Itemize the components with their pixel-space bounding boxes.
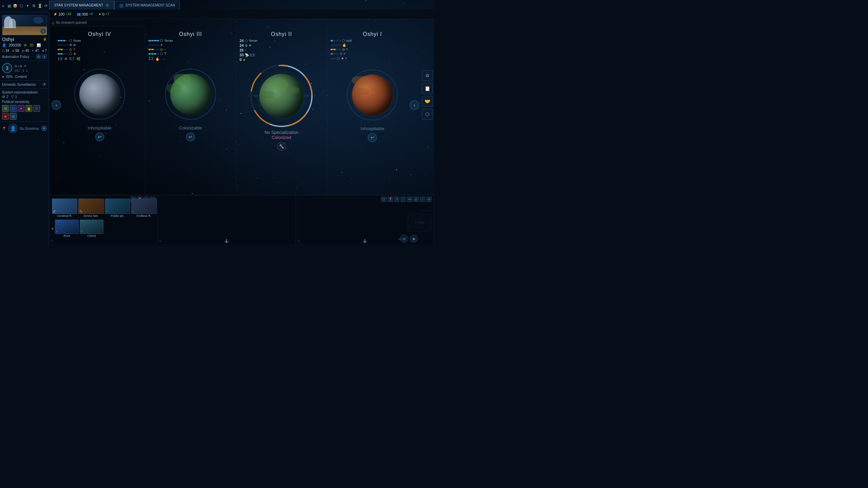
oshyi4-action-icon[interactable]: ↩ xyxy=(95,133,104,141)
oshyi2-type-icon: ⬡ xyxy=(245,39,248,43)
oshyi2-stat0-sym: ❄ xyxy=(249,44,252,47)
bp3-expand-icon[interactable]: ⤡ xyxy=(297,239,300,243)
oshyi2-wrench-icon[interactable]: 🔧 xyxy=(277,142,286,151)
bp3-ctrl-2[interactable]: ↗ xyxy=(394,197,399,202)
svg-point-0 xyxy=(75,69,125,119)
policy-btn-globe[interactable]: ◎ xyxy=(10,113,17,120)
ship-thumb-public[interactable]: ⬡ xyxy=(105,199,130,214)
automation-chevron-icon[interactable]: ∨ xyxy=(42,54,47,59)
planet-nav-left[interactable]: ‹ xyxy=(52,100,61,110)
rsb-settings[interactable]: ⚙ xyxy=(422,70,433,81)
bp3-ctrl-heart[interactable]: ♡ xyxy=(400,197,406,202)
oshyi4-extra-nums: 1.5 ⚙ 0.7 🌿 xyxy=(58,57,141,61)
oshyi3-stat2-icon: ⬡ xyxy=(160,52,163,56)
automation-icons: ⊘ ∨ xyxy=(36,54,47,59)
bp3-ctrl-0[interactable]: ⬡ xyxy=(381,197,387,202)
ship-thumb-endless[interactable]: ∞ xyxy=(131,199,157,214)
ship-thumb-root[interactable]: ⊕ xyxy=(55,220,79,234)
planets-area: Oshyi IV ⬡ Snow ⚙ xyxy=(54,26,418,196)
tab-system-scan[interactable]: ◎ SYSTEM MANAGEMENT SCAN xyxy=(114,1,180,9)
rep-count-0: 2 xyxy=(6,95,8,99)
gov-location-icon: 📍 xyxy=(2,127,6,130)
oshyi3-action-icon[interactable]: ↩ xyxy=(186,133,195,141)
colony-industry-chart-icon[interactable]: 📊 xyxy=(37,43,41,47)
policy-btn-purple[interactable]: ✦ xyxy=(18,105,24,112)
oshyi1-action-icon[interactable]: ↩ xyxy=(368,133,377,142)
nav-icon-0[interactable]: ⚔ xyxy=(0,3,6,9)
tab-bar: STAR SYSTEM MANAGEMENT ✕ ◎ SYSTEM MANAGE… xyxy=(49,0,180,9)
nav-icon-7[interactable]: ⟳ xyxy=(43,3,49,9)
pop-icon: 👥 xyxy=(77,12,81,16)
rsb-hands[interactable]: 🤝 xyxy=(422,96,433,107)
bottom-panel-2: ⚓ ⤡ xyxy=(158,195,296,244)
bp2-expand-icon[interactable]: ⤡ xyxy=(159,239,162,243)
nav-icon-4[interactable]: ✦ xyxy=(25,3,31,9)
ship-thumb-cerebral[interactable]: 🚀 xyxy=(52,199,77,214)
policy-btn-dark[interactable]: ▽ xyxy=(33,105,40,112)
oshyi3-question: ? xyxy=(164,52,166,56)
pop-settings: 2 xyxy=(22,69,24,72)
tab-star-system-management[interactable]: STAR SYSTEM MANAGEMENT ✕ xyxy=(49,1,114,9)
surveillance-icon[interactable]: 👁 xyxy=(42,82,47,87)
oshyi4-stat2-icon: ⬡ xyxy=(69,52,72,56)
sub-expand-icon[interactable]: ▶ xyxy=(52,220,54,238)
science-icon: ◎ xyxy=(22,49,24,53)
nav-icon-6[interactable]: ⏳ xyxy=(37,3,43,9)
ship-item-public: ⬡ Public-pri. xyxy=(105,199,130,218)
governor-avatar: 👤 xyxy=(8,124,18,133)
tab-ssm-close[interactable]: ✕ xyxy=(105,3,109,7)
policy-btn-gear[interactable]: ⚙ xyxy=(2,105,9,112)
oshyi3-arc xyxy=(163,67,218,121)
rsb-hex[interactable]: ⬡ xyxy=(422,109,433,120)
ship-thumb-chord[interactable]: ◎ xyxy=(80,220,103,234)
bp3-ctrl-key[interactable]: 🗝 xyxy=(407,197,412,202)
oshyi2-broadcast: ((·)) xyxy=(250,53,255,57)
oshyi1-question2: ? xyxy=(345,57,347,60)
bp1-expand-icon[interactable]: ⤡ xyxy=(51,239,53,243)
oshyi4-stat1-sym: ? xyxy=(73,48,75,51)
oshyi1-question1: ? xyxy=(343,52,345,56)
colony-badge: 1 xyxy=(40,28,46,34)
colony-header: 1 xyxy=(0,13,49,35)
oshyi2-colonized-label: Colonized xyxy=(272,135,291,140)
sensitivity-row: Political sensitivity xyxy=(0,99,49,104)
planet-name-oshyi1: Oshyi I xyxy=(363,31,382,37)
governor-add-button[interactable]: + xyxy=(41,126,47,131)
nav-icon-2[interactable]: 📦 xyxy=(12,3,18,9)
oshyi2-type-label: Terran xyxy=(249,39,258,42)
influence-value: 0 xyxy=(102,12,104,16)
corner-btn-zoomin[interactable]: ◉ xyxy=(410,235,418,243)
colony-industry-icon: ⚙ xyxy=(24,43,27,47)
ship-gallery-row1: 🚀 Cerebral R. 🔧 Drone Net. ⬡ Public-pri.… xyxy=(51,198,156,218)
nav-icons-bar: ⚔ 🏛 📦 ⬡ ✦ ⚙ ⏳ ⟳ xyxy=(0,0,49,12)
nav-icon-5[interactable]: ⚙ xyxy=(31,3,37,9)
research-bar[interactable]: △ No research queued xyxy=(49,19,144,26)
bp3-ctrl-1[interactable]: 📍 xyxy=(388,197,393,202)
nav-icon-3[interactable]: ⬡ xyxy=(18,3,24,9)
oshyi2-no-spec-label: No Specialization xyxy=(264,130,298,135)
pop-job-icons: ⚙+⚙ ⚘ xyxy=(14,64,28,68)
oshyi4-stats: ⬡ Snow ⚙ ❄ ◎ xyxy=(56,37,143,62)
ship-subsection-row: ▶ ⊕ Root ◎ Chord xyxy=(51,219,156,238)
svg-point-1 xyxy=(165,69,216,119)
approval-heart-icon: ♥ xyxy=(2,75,4,79)
policy-btn-green[interactable]: 🔒 xyxy=(25,105,32,112)
policy-btn-red[interactable]: ⊗ xyxy=(2,113,9,120)
rsb-list[interactable]: 📋 xyxy=(422,83,433,94)
bp3-ctrl-skull2[interactable]: ☠ xyxy=(426,197,432,202)
nav-icon-1[interactable]: 🏛 xyxy=(6,3,12,9)
policy-btn-blue[interactable]: ⬡ xyxy=(10,105,17,112)
resource-population: 👥 300 +0 xyxy=(77,12,93,16)
colony-title-row: Oshyi ♛ xyxy=(0,35,49,43)
oshyi1-stat1-icon: ◎ xyxy=(342,47,345,51)
oshyi3-fish-icon: ~ xyxy=(164,48,166,51)
planet-nav-right[interactable]: › xyxy=(410,100,419,110)
automation-policy-row: Automation Policy ⊘ ∨ xyxy=(0,54,49,60)
bp3-ctrl-circle[interactable]: ◎ xyxy=(413,197,419,202)
automation-slash-icon[interactable]: ⊘ xyxy=(36,54,41,59)
ship-thumb-drone[interactable]: 🔧 xyxy=(78,199,104,214)
resource-influence: ★ 0 +7 xyxy=(98,12,110,16)
bp3-ctrl-arrow2[interactable]: ↑ xyxy=(420,197,425,202)
stat-approval: ★ 7 xyxy=(42,49,47,53)
oshyi3-stat1-icon: ◎ xyxy=(160,47,163,51)
